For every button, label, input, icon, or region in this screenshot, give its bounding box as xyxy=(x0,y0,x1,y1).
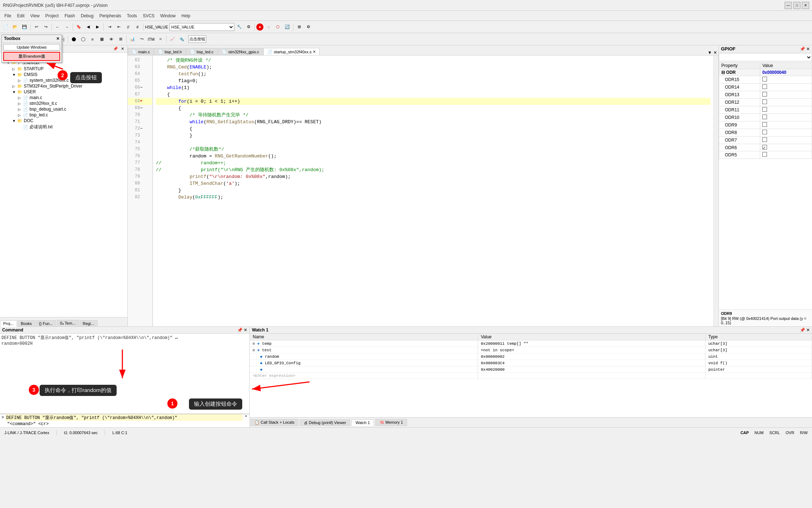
watch-tab-memory1[interactable]: 🧠 Memory 1 xyxy=(375,419,407,426)
cmd-input-field[interactable] xyxy=(5,414,243,421)
watch-row-temp[interactable]: ⊞ ❖ temp 0x20000011 temp[] "" uchar[3] xyxy=(250,340,812,347)
odr8-checkbox[interactable] xyxy=(762,130,767,134)
tb-open-btn[interactable]: 📂 xyxy=(11,23,19,31)
tb-next-btn[interactable]: ▶ xyxy=(93,23,102,31)
menu-window[interactable]: Window xyxy=(157,13,179,19)
odr12-checkbox[interactable] xyxy=(762,99,767,104)
tb2-watch-btn[interactable]: 👁 xyxy=(107,35,116,44)
odr10-checkbox[interactable] xyxy=(762,115,767,119)
tb-redo-btn[interactable]: ↪ xyxy=(41,23,50,31)
watch-tab-debug-printf[interactable]: 🖨 Debug (printf) Viewer xyxy=(300,419,350,426)
odr12-check[interactable] xyxy=(760,99,812,106)
odr5-checkbox[interactable] xyxy=(762,152,767,157)
odr9-check[interactable] xyxy=(760,121,812,129)
menu-svcs[interactable]: SVCS xyxy=(140,13,158,19)
menu-help[interactable]: Help xyxy=(179,13,193,19)
tb-outdent-btn[interactable]: ⇤ xyxy=(114,23,123,31)
editor-tab-gpio[interactable]: 📄 stm32f4xx_gpio.c xyxy=(218,48,263,55)
tree-toggle-stdperiph[interactable]: ▷ xyxy=(12,84,17,88)
tree-toggle-usart[interactable]: ▷ xyxy=(18,107,23,111)
tb-back-btn[interactable]: ← xyxy=(53,23,62,31)
close-button[interactable]: ✕ xyxy=(802,2,809,9)
tb-reset-btn[interactable]: 🔄 xyxy=(283,23,292,31)
tb2-wave-btn[interactable]: 〜 xyxy=(137,35,146,44)
menu-project[interactable]: Project xyxy=(42,13,62,19)
watch-row-enter-expr[interactable]: <Enter expression> xyxy=(250,373,812,379)
tree-toggle-user[interactable]: ▼ xyxy=(12,90,17,94)
toolbox-update-btn[interactable]: Update Windows xyxy=(3,44,60,50)
odr-expand-icon[interactable]: ⊟ xyxy=(721,70,725,75)
odr9-checkbox[interactable] xyxy=(762,122,767,127)
tb-hse-select[interactable]: HSE_VALUE xyxy=(170,23,234,31)
menu-peripherals[interactable]: Peripherals xyxy=(96,13,124,19)
odr10-check[interactable] xyxy=(760,114,812,121)
tb-undo-btn[interactable]: ↩ xyxy=(32,23,41,31)
odr5-check[interactable] xyxy=(760,151,812,159)
tab-fun[interactable]: {} Fun... xyxy=(36,320,56,326)
odr13-checkbox[interactable] xyxy=(762,92,767,97)
maximize-button[interactable]: □ xyxy=(793,2,800,9)
tb-prev-btn[interactable]: ◀ xyxy=(84,23,93,31)
tab-proj[interactable]: Proj... xyxy=(0,320,17,327)
editor-tab-startup[interactable]: 📄 startup_stm32f40xx.s ✕ xyxy=(263,48,320,55)
gpiof-close-icon[interactable]: ✕ xyxy=(806,46,810,52)
tab-close-all-icon[interactable]: ✕ xyxy=(713,50,717,55)
tree-toggle-system[interactable]: ▷ xyxy=(18,79,23,83)
tab-books[interactable]: Books xyxy=(18,320,35,326)
code-scrollbar[interactable] xyxy=(713,55,718,326)
tb2-periph-btn[interactable]: 📊 xyxy=(128,35,137,44)
tree-item-doc[interactable]: ▼ 📁 DOC xyxy=(1,118,127,124)
tb-indent-btn[interactable]: ⇥ xyxy=(105,23,114,31)
tree-toggle-startup[interactable]: ▷ xyxy=(12,67,17,71)
tree-toggle-bsp-led[interactable]: ▷ xyxy=(18,113,23,117)
tb-build-btn[interactable]: 🔧 xyxy=(235,23,244,31)
tb2-clear-bp-btn[interactable]: ◯ xyxy=(79,35,87,44)
tab-dropdown-icon[interactable]: ▼ xyxy=(708,50,712,55)
gpiof-dropdown[interactable] xyxy=(719,53,812,61)
tree-toggle-it[interactable]: ▷ xyxy=(18,102,23,106)
editor-tab-bsp-led-h[interactable]: 📄 bsp_led.h xyxy=(154,48,186,55)
odr8-check[interactable] xyxy=(760,129,812,137)
menu-flash[interactable]: Flash xyxy=(62,13,78,19)
tb2-logic-btn[interactable]: ⌗ xyxy=(156,35,165,44)
odr15-check[interactable] xyxy=(760,76,812,84)
tree-toggle-doc[interactable]: ▼ xyxy=(12,119,17,123)
tree-item-stdperiph[interactable]: ▷ 📁 STM32F4xx_StdPeriph_Driver xyxy=(1,83,127,89)
odr6-checkbox[interactable] xyxy=(762,145,767,150)
tb2-mem-btn[interactable]: ▦ xyxy=(98,35,106,44)
watch-pin-icon[interactable]: 📌 xyxy=(800,327,805,333)
tb2-tools-btn[interactable]: 🔩 xyxy=(177,35,186,44)
tab-close-startup[interactable]: ✕ xyxy=(313,50,316,54)
minimize-button[interactable]: — xyxy=(785,2,792,9)
tree-toggle-main[interactable]: ▷ xyxy=(18,96,23,100)
code-text-area[interactable]: /* 使能RNG外设 */ RNG_Cmd(ENABLE); testfun()… xyxy=(153,55,713,326)
odr7-check[interactable] xyxy=(760,137,812,144)
tb-fwd-btn[interactable]: → xyxy=(63,23,71,31)
tb2-perf-btn[interactable]: 📈 xyxy=(168,35,177,44)
editor-tab-main[interactable]: 📄 main.c xyxy=(128,48,154,55)
odr6-check[interactable] xyxy=(760,144,812,151)
tb2-more-btn[interactable]: ⊞ xyxy=(116,35,125,44)
project-close-icon[interactable]: ✕ xyxy=(120,46,125,52)
tb-window-btn[interactable]: ⊞ xyxy=(295,23,303,31)
tree-item-user[interactable]: ▼ 📁 USER xyxy=(1,89,127,95)
tb2-itm-btn[interactable]: ITM xyxy=(147,35,155,44)
tb-stop-btn[interactable]: ⬡ xyxy=(274,23,282,31)
odr14-checkbox[interactable] xyxy=(762,84,767,89)
tb-uncomment-btn[interactable]: # xyxy=(133,23,142,31)
editor-tab-bsp-led-c[interactable]: 📄 bsp_led.c xyxy=(186,48,217,55)
tb-save-btn[interactable]: 💾 xyxy=(20,23,29,31)
tree-item-usart[interactable]: ▷ 📄 bsp_debug_usart.c xyxy=(1,106,127,112)
watch-row-led-gpio[interactable]: ◆ LED_GPIO_Config 0x080003C4 void f() xyxy=(250,360,812,366)
odr11-check[interactable] xyxy=(760,106,812,114)
odr14-check[interactable] xyxy=(760,84,812,91)
tb-run-btn[interactable]: ○ xyxy=(264,23,273,31)
tab-regi[interactable]: Regi... xyxy=(80,320,98,326)
odr13-check[interactable] xyxy=(760,91,812,99)
watch-tab-callstack[interactable]: 📋 Call Stack + Locals xyxy=(251,419,298,426)
watch-close-icon[interactable]: ✕ xyxy=(806,327,810,333)
tree-item-readme[interactable]: ▷ 📄 必读说明.txt xyxy=(1,124,127,130)
odr-row[interactable]: ⊟ ODR 0x00000040 xyxy=(719,69,812,76)
odr11-checkbox[interactable] xyxy=(762,107,767,112)
menu-view[interactable]: View xyxy=(27,13,42,19)
